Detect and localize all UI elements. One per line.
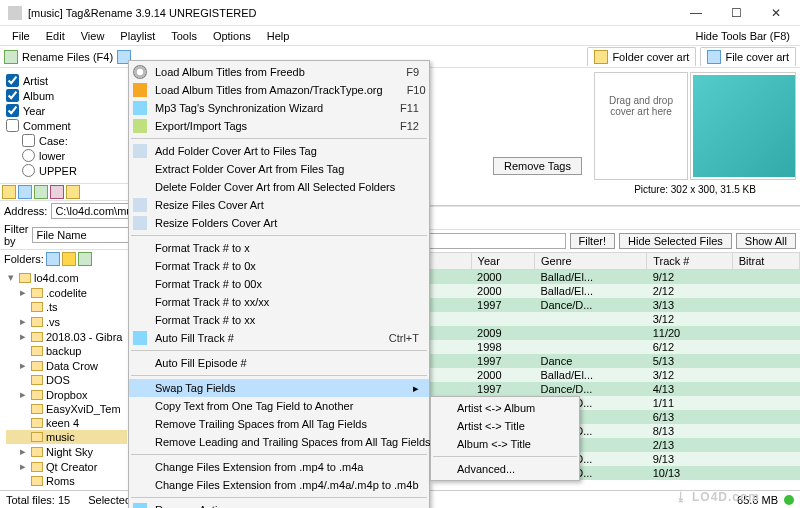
- menu-item[interactable]: Resize Files Cover Art: [129, 196, 429, 214]
- tree-item[interactable]: ▸Data Crow: [6, 358, 127, 373]
- picture-info: Picture: 302 x 300, 31.5 KB: [594, 184, 796, 195]
- menu-item[interactable]: Change Files Extension from .mp4 to .m4a: [129, 458, 429, 476]
- tab-folder-cover-art[interactable]: Folder cover art: [587, 47, 696, 66]
- menu-item[interactable]: Swap Tag Fields▸: [129, 379, 429, 397]
- star-icon[interactable]: [62, 252, 76, 266]
- menu-item[interactable]: Export/Import TagsF12: [129, 117, 429, 135]
- submenu-item[interactable]: Artist <-> Album: [431, 399, 579, 417]
- menu-item[interactable]: Change Files Extension from .mp4/.m4a/.m…: [129, 476, 429, 494]
- tree-item[interactable]: Roms: [6, 474, 127, 488]
- nav-icon-3[interactable]: [34, 185, 48, 199]
- submenu-item[interactable]: Album <-> Title: [431, 435, 579, 453]
- tree-item[interactable]: .ts: [6, 300, 127, 314]
- menu-item[interactable]: Auto Fill Episode #: [129, 354, 429, 372]
- column-header[interactable]: Track #: [647, 252, 733, 269]
- check-artist[interactable]: Artist: [6, 74, 123, 87]
- hide-tools-bar[interactable]: Hide Tools Bar (F8): [695, 30, 796, 42]
- watermark: ⭳ LO4D.com: [675, 490, 760, 504]
- tree-item[interactable]: backup: [6, 344, 127, 358]
- minimize-button[interactable]: —: [676, 1, 716, 25]
- show-all-button[interactable]: Show All: [736, 233, 796, 249]
- tree-item[interactable]: ▾lo4d.com: [6, 270, 127, 285]
- menu-item[interactable]: Delete Folder Cover Art from All Selecte…: [129, 178, 429, 196]
- menu-item[interactable]: Auto Fill Track #Ctrl+T: [129, 329, 429, 347]
- folders-refresh-icon[interactable]: [46, 252, 60, 266]
- tree-item[interactable]: EasyXviD_Tem: [6, 402, 127, 416]
- menu-item[interactable]: Copy Text from One Tag Field to Another: [129, 397, 429, 415]
- menu-item[interactable]: Resize Folders Cover Art: [129, 214, 429, 232]
- maximize-button[interactable]: ☐: [716, 1, 756, 25]
- close-button[interactable]: ✕: [756, 1, 796, 25]
- window-title: [music] Tag&Rename 3.9.14 UNREGISTERED: [28, 7, 676, 19]
- menu-playlist[interactable]: Playlist: [112, 28, 163, 44]
- rename-files-button[interactable]: Rename Files (F4): [22, 51, 113, 63]
- tree-item[interactable]: ▸.codelite: [6, 285, 127, 300]
- menu-item[interactable]: Remove Leading and Trailing Spaces from …: [129, 433, 429, 451]
- folder-cover-box[interactable]: Drag and drop cover art here: [594, 72, 688, 180]
- radio-lower[interactable]: lower: [22, 149, 123, 162]
- tree-item[interactable]: ▸Qt Creator: [6, 459, 127, 474]
- sidebar: Artist Album Year Comment Case: lower UP…: [0, 68, 130, 490]
- tree-item[interactable]: ▸Dropbox: [6, 387, 127, 402]
- menu-options[interactable]: Options: [205, 28, 259, 44]
- column-header[interactable]: Year: [471, 252, 534, 269]
- tree-item[interactable]: music: [6, 430, 127, 444]
- swap-tag-submenu[interactable]: Artist <-> AlbumArtist <-> TitleAlbum <-…: [430, 396, 580, 481]
- filter-input[interactable]: [32, 227, 130, 243]
- folders-icon-3[interactable]: [78, 252, 92, 266]
- menu-item[interactable]: Extract Folder Cover Art from Files Tag: [129, 160, 429, 178]
- menu-item[interactable]: Load Album Titles from Amazon/TrackType.…: [129, 81, 429, 99]
- address-label: Address:: [4, 205, 47, 217]
- tab-file-cover-art[interactable]: File cover art: [700, 47, 796, 66]
- tree-item[interactable]: keen 4: [6, 416, 127, 430]
- radio-upper[interactable]: UPPER: [22, 164, 123, 177]
- cover-art-panel: Drag and drop cover art here Picture: 30…: [590, 68, 800, 205]
- column-header[interactable]: Bitrat: [732, 252, 799, 269]
- submenu-item[interactable]: Advanced...: [431, 460, 579, 478]
- address-input[interactable]: [51, 203, 130, 219]
- nav-icon-5[interactable]: [66, 185, 80, 199]
- folder-tree[interactable]: ▾lo4d.com▸.codelite.ts▸.vs▸2018.03 - Gib…: [0, 268, 129, 490]
- hide-selected-button[interactable]: Hide Selected Files: [619, 233, 732, 249]
- menu-item[interactable]: Format Track # to xx: [129, 311, 429, 329]
- menu-item[interactable]: Load Album Titles from FreedbF9: [129, 63, 429, 81]
- menu-item[interactable]: Remove Trailing Spaces from All Tag Fiel…: [129, 415, 429, 433]
- check-comment[interactable]: Comment: [6, 119, 123, 132]
- check-case[interactable]: Case:: [22, 134, 123, 147]
- check-album[interactable]: Album: [6, 89, 123, 102]
- nav-icon-2[interactable]: [18, 185, 32, 199]
- folders-label: Folders:: [4, 253, 44, 265]
- titlebar: [music] Tag&Rename 3.9.14 UNREGISTERED —…: [0, 0, 800, 26]
- menu-item[interactable]: Rename Actions▸: [129, 501, 429, 508]
- sidebar-toolbar: [0, 183, 129, 201]
- file-cover-box[interactable]: [690, 72, 796, 180]
- status-total-files: Total files: 15: [6, 494, 70, 506]
- menu-item[interactable]: Format Track # to 00x: [129, 275, 429, 293]
- tools-context-menu[interactable]: Load Album Titles from FreedbF9Load Albu…: [128, 60, 430, 508]
- column-header[interactable]: Genre: [534, 252, 646, 269]
- nav-icon-1[interactable]: [2, 185, 16, 199]
- tree-item[interactable]: DOS: [6, 373, 127, 387]
- menu-item[interactable]: Mp3 Tag's Synchronization WizardF11: [129, 99, 429, 117]
- menu-item[interactable]: Format Track # to xx/xx: [129, 293, 429, 311]
- nav-icon-4[interactable]: [50, 185, 64, 199]
- menu-view[interactable]: View: [73, 28, 113, 44]
- menu-item[interactable]: Format Track # to 0x: [129, 257, 429, 275]
- remove-tags-button[interactable]: Remove Tags: [493, 157, 582, 175]
- menubar: File Edit View Playlist Tools Options He…: [0, 26, 800, 46]
- filter-button[interactable]: Filter!: [570, 233, 616, 249]
- menu-item[interactable]: Format Track # to x: [129, 239, 429, 257]
- tree-item[interactable]: ▸2018.03 - Gibra: [6, 329, 127, 344]
- address-row: Address:: [0, 201, 129, 221]
- check-year[interactable]: Year: [6, 104, 123, 117]
- menu-help[interactable]: Help: [259, 28, 298, 44]
- tree-item[interactable]: ▸.vs: [6, 314, 127, 329]
- rename-icon: [4, 50, 18, 64]
- menu-edit[interactable]: Edit: [38, 28, 73, 44]
- tree-item[interactable]: ▸Night Sky: [6, 444, 127, 459]
- menu-file[interactable]: File: [4, 28, 38, 44]
- submenu-item[interactable]: Artist <-> Title: [431, 417, 579, 435]
- menu-tools[interactable]: Tools: [163, 28, 205, 44]
- menu-item[interactable]: Add Folder Cover Art to Files Tag: [129, 142, 429, 160]
- filter-label: Filter by: [4, 223, 28, 247]
